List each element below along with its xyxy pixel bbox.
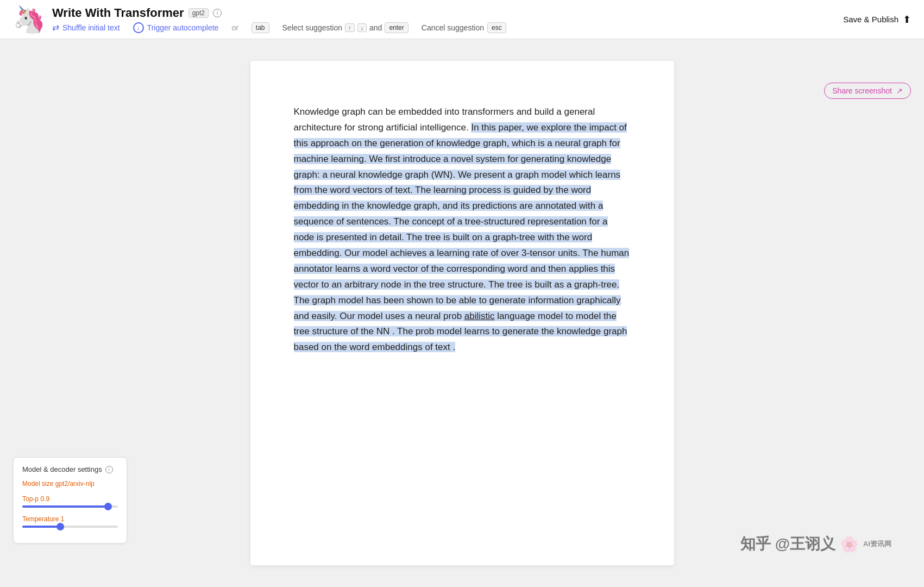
share-icon: ⬆: [903, 14, 911, 26]
editor-wrapper: Knowledge graph can be embedded into tra…: [168, 61, 756, 565]
select-suggestion-hint: Select suggestion ↑ ↓ and enter: [282, 22, 408, 33]
text-underlined: abilistic: [464, 311, 495, 321]
shuffle-icon: ⇄: [52, 22, 59, 33]
left-sidebar: Model & decoder settings i Model size gp…: [0, 61, 168, 565]
top-p-setting: Top-p 0.9: [22, 495, 118, 508]
top-p-slider-fill: [22, 505, 108, 508]
shuffle-label: Shuffle initial text: [62, 23, 120, 32]
toolbar-actions: ⇄ Shuffle initial text ↓ Trigger autocom…: [52, 22, 506, 33]
temperature-value: 1: [61, 515, 65, 523]
share-screenshot-button[interactable]: Share screenshot ↗: [824, 83, 911, 99]
top-p-slider-track[interactable]: [22, 505, 118, 508]
model-size-setting: Model size gpt2/arxiv-nlp: [22, 480, 118, 488]
logo-area: 🦄 Write With Transformer gpt2 i ⇄ Shuffl…: [13, 6, 506, 33]
settings-title-row: Model & decoder settings i: [22, 465, 118, 473]
app-title-row: Write With Transformer gpt2 i: [52, 6, 506, 20]
enter-key-badge: enter: [385, 22, 408, 33]
temperature-label: Temperature 1: [22, 515, 118, 523]
settings-title: Model & decoder settings: [22, 465, 102, 473]
save-publish-button[interactable]: Save & Publish ⬆: [843, 14, 911, 26]
top-p-value: 0.9: [40, 495, 49, 503]
up-arrow-key: ↑: [345, 23, 355, 32]
editor-paper[interactable]: Knowledge graph can be embedded into tra…: [250, 61, 674, 565]
external-link-icon: ↗: [896, 86, 903, 95]
esc-key-badge: esc: [487, 22, 506, 33]
temperature-setting: Temperature 1: [22, 515, 118, 528]
trigger-label: Trigger autocomplete: [147, 23, 219, 32]
cancel-suggestion-label: Cancel suggestion: [422, 23, 484, 32]
select-suggestion-label: Select suggestion: [282, 23, 343, 32]
cancel-suggestion-hint: Cancel suggestion esc: [422, 22, 506, 33]
or-separator: or: [231, 23, 238, 32]
model-size-value: gpt2/arxiv-nlp: [55, 480, 95, 488]
header: 🦄 Write With Transformer gpt2 i ⇄ Shuffl…: [0, 0, 924, 39]
temperature-slider-track[interactable]: [22, 526, 118, 528]
save-publish-label: Save & Publish: [843, 15, 898, 24]
tab-key-badge: tab: [252, 22, 269, 33]
share-screenshot-label: Share screenshot: [832, 86, 892, 95]
logo-emoji: 🦄: [13, 7, 46, 33]
title-block: Write With Transformer gpt2 i ⇄ Shuffle …: [52, 6, 506, 33]
temperature-slider-fill: [22, 526, 60, 528]
settings-panel: Model & decoder settings i Model size gp…: [13, 457, 127, 544]
temperature-slider-thumb[interactable]: [56, 523, 64, 530]
down-arrow-key: ↓: [357, 23, 367, 32]
info-icon[interactable]: i: [213, 9, 222, 17]
right-panel: Share screenshot ↗: [756, 61, 924, 565]
model-badge: gpt2: [188, 8, 209, 18]
editor-text[interactable]: Knowledge graph can be embedded into tra…: [294, 104, 631, 355]
text-highlighted: In this paper, we explore the impact of …: [294, 122, 630, 352]
app-title: Write With Transformer: [52, 6, 184, 20]
trigger-autocomplete-button[interactable]: ↓ Trigger autocomplete: [133, 22, 219, 33]
model-size-label: Model size gpt2/arxiv-nlp: [22, 480, 118, 488]
and-text: and: [369, 23, 382, 32]
main-content: Model & decoder settings i Model size gp…: [0, 39, 924, 587]
shuffle-button[interactable]: ⇄ Shuffle initial text: [52, 22, 120, 33]
top-p-label: Top-p 0.9: [22, 495, 118, 503]
download-circle-icon: ↓: [133, 22, 144, 33]
settings-info-icon[interactable]: i: [105, 466, 113, 473]
top-p-slider-thumb[interactable]: [104, 503, 112, 510]
